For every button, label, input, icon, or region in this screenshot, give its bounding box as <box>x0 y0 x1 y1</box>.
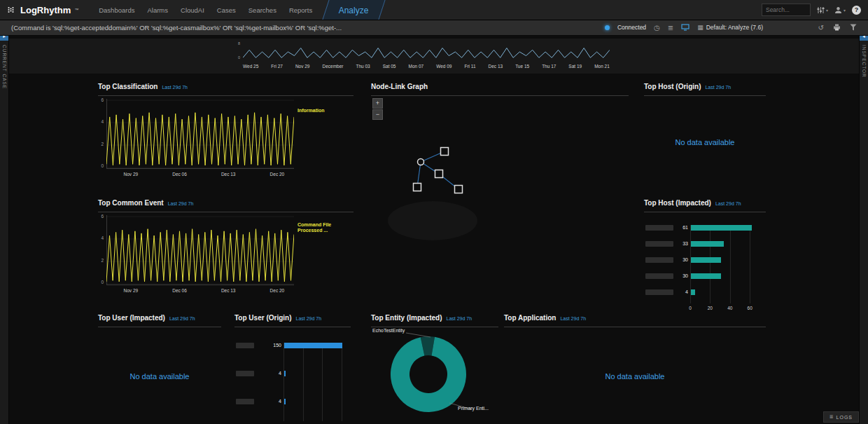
graph-node-square[interactable] <box>455 186 463 193</box>
gridline <box>322 343 323 421</box>
bar[interactable] <box>691 225 752 231</box>
x-tick: Dec 20 <box>270 172 285 177</box>
zoom-out-button[interactable]: − <box>372 109 383 120</box>
graph-node-square[interactable] <box>441 148 449 156</box>
undo-icon[interactable]: ↺ <box>818 24 824 32</box>
widget-range-badge: Last 29d 7h <box>295 316 321 321</box>
redacted-row-label <box>645 225 673 231</box>
print-icon[interactable] <box>833 24 841 31</box>
help-icon[interactable]: ? <box>852 6 861 15</box>
bar-value: 33 <box>676 241 688 246</box>
widget-header: Top User (Impacted) Last 29d 7h <box>98 314 221 327</box>
x-tick: 60 <box>748 306 752 310</box>
query-bar-status: Connected ◷ ≣ ▦ Default: Analyze (7.6) <box>605 24 763 32</box>
host-impacted-chart[interactable]: 0204060613330304 <box>644 212 766 303</box>
nav-item-cases[interactable]: Cases <box>211 0 242 20</box>
user-glyph-icon <box>834 6 842 14</box>
y-tick: 6 <box>101 214 104 219</box>
bar[interactable] <box>284 343 342 348</box>
widget-top-user-origin: Top User (Origin) Last 29d 7h 0501001501… <box>234 314 351 423</box>
logs-tab[interactable]: ≣ LOGS <box>823 411 859 423</box>
y-tick: 0 <box>101 163 104 168</box>
timeline-date-label: Nov 29 <box>295 64 310 69</box>
widget-title: Top Host (Origin) <box>644 83 701 90</box>
tab-analyze[interactable]: Analyze <box>323 0 386 20</box>
y-tick: 2 <box>101 142 104 146</box>
zoom-in-button[interactable]: + <box>372 98 383 109</box>
gridline <box>710 225 710 303</box>
bar-value: 30 <box>676 273 688 278</box>
widget-title: Top Application <box>504 314 556 322</box>
monitor-icon[interactable] <box>681 24 690 31</box>
legend-information: Information <box>298 108 325 114</box>
redacted-row-label <box>236 343 254 348</box>
y-axis-labels: 6420 <box>98 214 104 284</box>
gridline <box>303 343 304 421</box>
timeline-date-label: Fri 27 <box>271 64 283 69</box>
nodelink-canvas[interactable] <box>371 83 629 247</box>
logo-mark-icon <box>7 5 17 15</box>
graph-node-square[interactable] <box>414 184 421 191</box>
view-selector-label: Default: Analyze (7.6) <box>706 24 763 31</box>
logs-label: LOGS <box>836 415 853 420</box>
timeline-date-label: Mon 21 <box>594 64 610 69</box>
widget-header: Top User (Origin) Last 29d 7h <box>234 314 351 327</box>
sliders-glyph-icon <box>817 6 825 14</box>
no-data-message: No data available <box>98 372 221 381</box>
graph-node-circle[interactable] <box>418 159 424 165</box>
logrhythm-analyze-screen: LogRhythm ™ DashboardsAlarmsCloudAICases… <box>0 0 868 424</box>
widget-range-badge: Last 29d 7h <box>715 201 741 206</box>
timeline-date-label: Mon 07 <box>408 64 424 69</box>
widget-header: Top Application Last 29d 7h <box>504 314 766 327</box>
widget-range-badge: Last 29d 7h <box>169 316 195 321</box>
gridline <box>284 343 284 421</box>
redacted-row-label <box>236 371 254 376</box>
widget-range-badge: Last 29d 7h <box>168 201 194 206</box>
nav-item-alarms[interactable]: Alarms <box>141 0 174 20</box>
nav-right: ▾ ▾ ? <box>762 4 868 16</box>
bar[interactable] <box>284 399 286 404</box>
x-tick: Dec 13 <box>221 288 236 293</box>
bar[interactable] <box>691 289 695 295</box>
redacted-row-label <box>645 273 673 279</box>
timeline-date-label: Thu 03 <box>356 64 370 69</box>
timeline-ytick: 8 <box>238 41 240 46</box>
bar[interactable] <box>691 241 724 247</box>
redacted-row-label <box>236 399 254 404</box>
timeline-date-label: Fri 11 <box>464 64 475 69</box>
logrhythm-logo[interactable]: LogRhythm ™ <box>0 5 85 15</box>
user-icon[interactable]: ▾ <box>834 6 846 14</box>
clock-icon[interactable]: ◷ <box>654 24 660 32</box>
nav-item-searches[interactable]: Searches <box>242 0 283 20</box>
timeline-date-label: Tue 15 <box>515 64 529 69</box>
y-tick: 4 <box>101 235 104 240</box>
redacted-row-label <box>645 257 673 263</box>
widget-top-application: Top Application Last 29d 7h No data avai… <box>504 314 766 423</box>
bar[interactable] <box>691 273 721 279</box>
widget-range-badge: Last 29d 7h <box>560 316 586 321</box>
x-tick: Nov 29 <box>124 172 139 177</box>
bar-value: 30 <box>676 257 688 262</box>
nav-item-reports[interactable]: Reports <box>283 0 318 20</box>
nav-item-dashboards[interactable]: Dashboards <box>92 0 141 20</box>
timeline-ylabels: 80 <box>232 41 240 60</box>
query-input[interactable]: (Command is 'sql:%get-accepteddomain%' O… <box>0 24 342 32</box>
widget-title: Top User (Impacted) <box>98 314 165 322</box>
bar[interactable] <box>691 257 721 263</box>
bar[interactable] <box>284 371 286 376</box>
widget-top-common-event: Top Common Event Last 29d 7h 6420Nov 29D… <box>98 199 354 306</box>
entity-donut[interactable]: EchoTestEntity Primary Enti... <box>371 325 498 423</box>
nav-item-cloudai[interactable]: CloudAI <box>174 0 211 20</box>
graph-node-square[interactable] <box>435 170 443 178</box>
sliders-icon[interactable]: ▾ <box>817 6 828 14</box>
list-icon[interactable]: ≣ <box>668 24 673 32</box>
timeline-date-label: Wed 09 <box>436 64 451 69</box>
filter-funnel-icon[interactable] <box>850 24 857 31</box>
y-axis-labels: 6420 <box>98 97 104 167</box>
user-origin-chart[interactable]: 05010015015044 <box>234 327 351 418</box>
widget-title: Top User (Origin) <box>234 314 291 322</box>
widget-range-badge: Last 29d 7h <box>705 85 731 90</box>
timeline-date-label: Sat 05 <box>383 64 396 69</box>
view-selector[interactable]: ▦ Default: Analyze (7.6) <box>697 24 763 31</box>
search-input[interactable] <box>762 4 811 16</box>
